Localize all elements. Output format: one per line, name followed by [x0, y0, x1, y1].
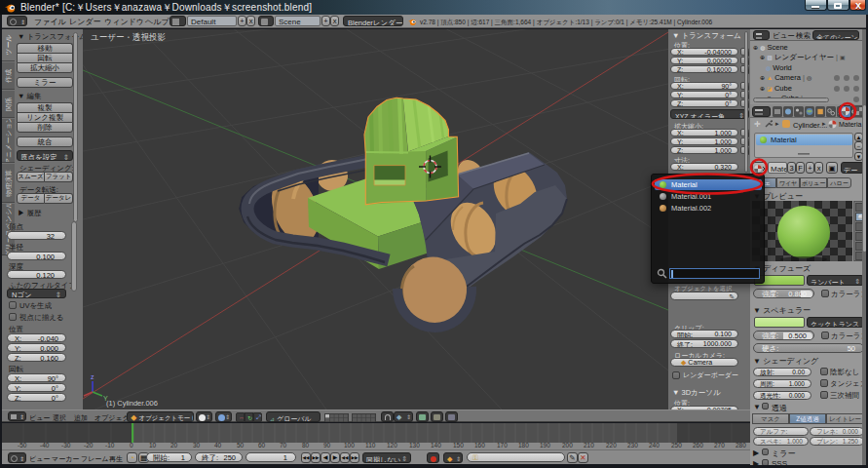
- svg-text:(1) Cylinder.006: (1) Cylinder.006: [106, 399, 158, 408]
- svg-text:ユーザー・透視投影: ユーザー・透視投影: [91, 32, 166, 42]
- svg-text:z: z: [91, 373, 94, 380]
- svg-text:Y: Y: [103, 395, 108, 402]
